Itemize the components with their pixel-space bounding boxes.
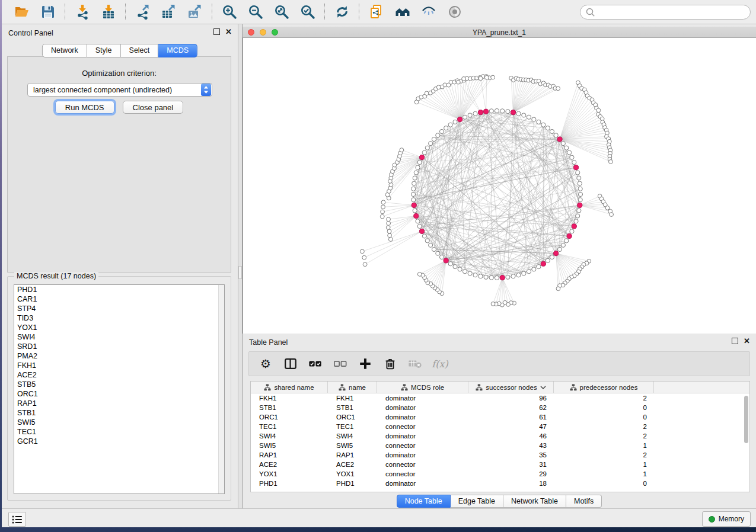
mcds-result-item[interactable]: TID3 — [14, 313, 224, 323]
network-node[interactable] — [468, 271, 472, 275]
network-node[interactable] — [412, 187, 416, 191]
network-node[interactable] — [448, 262, 452, 266]
mcds-node[interactable] — [573, 165, 578, 170]
network-node[interactable] — [537, 120, 541, 124]
tab-mcds[interactable]: MCDS — [158, 44, 197, 57]
table-cell[interactable]: 2 — [554, 431, 654, 441]
network-node[interactable] — [516, 111, 521, 116]
table-cell[interactable]: TEC1 — [251, 422, 328, 431]
tab-style[interactable]: Style — [87, 44, 121, 57]
network-node[interactable] — [516, 273, 521, 277]
table-cell[interactable]: ACE2 — [328, 460, 377, 469]
mcds-result-list[interactable]: PHD1CAR1STP4TID3YOX1SWI4SRD1PMA2FKH1ACE2… — [14, 284, 225, 494]
table-cell[interactable]: dominator — [377, 393, 468, 403]
table-cell[interactable]: 35 — [468, 450, 554, 460]
network-node[interactable] — [388, 233, 392, 238]
table-cell[interactable]: FKH1 — [251, 393, 328, 403]
network-node[interactable] — [462, 115, 467, 119]
network-node[interactable] — [570, 229, 574, 233]
table-cell[interactable]: connector — [377, 441, 468, 450]
network-node[interactable] — [387, 217, 391, 222]
network-node[interactable] — [556, 86, 560, 91]
network-node[interactable] — [429, 142, 433, 146]
network-node[interactable] — [578, 192, 582, 196]
network-node[interactable] — [432, 247, 436, 251]
table-cell[interactable]: 2 — [554, 450, 654, 460]
mcds-result-item[interactable]: ACE2 — [14, 370, 224, 380]
table-cell[interactable]: dominator — [377, 403, 468, 412]
mcds-result-item[interactable]: SWI4 — [14, 332, 224, 342]
mcds-result-item[interactable]: TEC1 — [14, 427, 224, 437]
network-node[interactable] — [417, 272, 422, 276]
network-node[interactable] — [489, 109, 493, 113]
table-row[interactable]: YOX1YOX1connector291 — [251, 469, 749, 479]
mcds-node[interactable] — [444, 258, 448, 263]
mcds-node[interactable] — [478, 110, 483, 115]
export-network-button[interactable] — [134, 3, 152, 21]
network-file-button[interactable] — [368, 3, 385, 21]
mcds-result-item[interactable]: RAP1 — [14, 399, 224, 408]
table-cell[interactable]: 18 — [468, 479, 554, 488]
mcds-result-item[interactable]: STB5 — [14, 380, 224, 389]
export-image-button[interactable] — [186, 3, 204, 21]
table-cell[interactable]: 96 — [468, 393, 554, 403]
table-cell[interactable]: YOX1 — [328, 469, 377, 479]
network-node[interactable] — [468, 113, 472, 117]
network-node[interactable] — [572, 160, 576, 164]
table-cell[interactable]: dominator — [377, 450, 468, 460]
network-node[interactable] — [564, 146, 569, 150]
network-node[interactable] — [381, 210, 385, 214]
network-graph[interactable] — [243, 38, 755, 332]
table-cell[interactable]: connector — [377, 469, 468, 479]
network-node[interactable] — [495, 108, 499, 113]
window-close-icon[interactable] — [248, 29, 254, 36]
mcds-result-item[interactable]: CAR1 — [14, 294, 224, 304]
network-node[interactable] — [416, 219, 420, 223]
table-cell[interactable]: connector — [377, 460, 468, 469]
network-node[interactable] — [387, 229, 391, 233]
network-node[interactable] — [414, 171, 418, 175]
export-table-button[interactable] — [160, 3, 178, 21]
table-cell[interactable]: 47 — [468, 422, 554, 431]
network-node[interactable] — [577, 209, 581, 213]
table-cell[interactable]: STB1 — [251, 403, 328, 412]
mcds-node[interactable] — [567, 233, 572, 238]
table-cell[interactable]: 2 — [554, 422, 654, 431]
table-cell[interactable]: ORC1 — [328, 412, 377, 422]
network-node[interactable] — [453, 120, 457, 124]
column-header-shared-name[interactable]: shared name — [251, 382, 328, 393]
network-node[interactable] — [546, 126, 550, 130]
float-table-panel-icon[interactable] — [732, 338, 738, 344]
mcds-node[interactable] — [414, 213, 419, 218]
table-cell[interactable]: 0 — [554, 412, 654, 422]
network-node[interactable] — [473, 273, 477, 277]
network-node[interactable] — [491, 75, 495, 79]
tab-motifs[interactable]: Motifs — [566, 495, 602, 508]
table-cell[interactable]: 31 — [468, 460, 554, 469]
add-column-button[interactable] — [357, 355, 374, 372]
mcds-result-item[interactable]: YOX1 — [14, 323, 224, 332]
mcds-node[interactable] — [458, 117, 462, 121]
network-node[interactable] — [388, 238, 393, 242]
table-cell[interactable]: 61 — [468, 412, 554, 422]
mcds-node[interactable] — [572, 224, 576, 229]
network-node[interactable] — [570, 155, 574, 159]
network-node[interactable] — [432, 137, 436, 141]
table-cell[interactable]: PHD1 — [328, 479, 377, 488]
network-node[interactable] — [506, 110, 510, 114]
network-node[interactable] — [416, 165, 420, 169]
table-cell[interactable]: SWI4 — [328, 431, 377, 441]
tab-node-table[interactable]: Node Table — [397, 495, 451, 508]
network-node[interactable] — [439, 255, 444, 259]
network-node[interactable] — [574, 219, 578, 223]
network-node[interactable] — [412, 198, 416, 202]
table-cell[interactable]: RAP1 — [328, 450, 377, 460]
network-node[interactable] — [522, 271, 526, 275]
table-cell[interactable]: 46 — [468, 431, 554, 441]
network-node[interactable] — [448, 123, 452, 127]
table-cell[interactable]: ACE2 — [251, 460, 328, 469]
column-header-successor-nodes[interactable]: successor nodes — [468, 382, 554, 393]
table-cell[interactable]: SWI4 — [251, 431, 328, 441]
import-table-button[interactable] — [100, 3, 117, 21]
table-cell[interactable]: SWI5 — [251, 441, 328, 450]
